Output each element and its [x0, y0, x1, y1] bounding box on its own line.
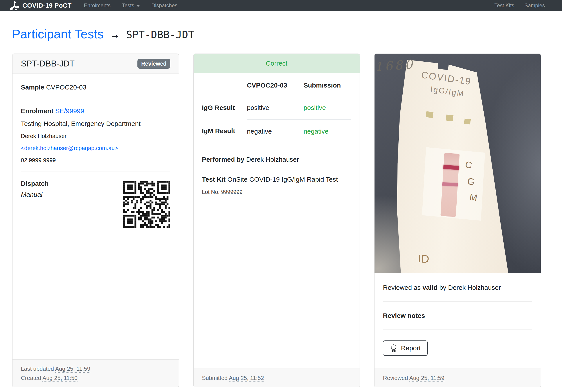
- nav-enrolments[interactable]: Enrolments: [84, 2, 110, 9]
- enrolment-link[interactable]: SE/99999: [55, 107, 84, 114]
- performed-by-line: Performed by Derek Holzhauser: [202, 156, 351, 163]
- award-icon: [390, 344, 397, 352]
- breadcrumb-arrow: →: [110, 29, 120, 41]
- igm-expected: negative: [247, 119, 304, 143]
- divider: [383, 329, 532, 330]
- results-table-header: CVPOC20-03 Submission: [194, 73, 360, 96]
- igg-line: [442, 182, 458, 186]
- divider: [21, 99, 170, 99]
- report-button[interactable]: Report: [383, 340, 428, 356]
- test-card-header: SPT-DBB-JDT Reviewed: [12, 54, 179, 74]
- test-card-footer: Last updated Aug 25, 11:59 Created Aug 2…: [12, 359, 179, 387]
- divider: [383, 302, 532, 302]
- last-updated-time: Aug 25, 11:59: [55, 365, 90, 373]
- divider: [21, 171, 170, 172]
- report-button-label: Report: [401, 344, 421, 352]
- review-card-body: Reviewed as valid by Derek Holzhauser Re…: [375, 273, 541, 356]
- brand[interactable]: COVID-19 PoCT: [9, 1, 71, 10]
- review-notes-value: -: [427, 312, 429, 319]
- submitted-time: Aug 25, 11:52: [229, 375, 264, 382]
- table-row-igg: IgG Result positive positive: [194, 96, 360, 119]
- cassette-mark: [446, 114, 453, 121]
- created-line: Created Aug 25, 11:50: [21, 373, 170, 382]
- reviewed-time: Aug 25, 11:59: [409, 375, 444, 382]
- test-photo: COVID-19 IgG/IgM 1680 C G M ID: [375, 54, 541, 273]
- lot-number: Lot No. 9999999: [202, 189, 351, 195]
- dropdown-caret-icon: [136, 5, 140, 7]
- sample-line: Sample CVPOC20-03: [21, 84, 170, 91]
- igg-expected: positive: [247, 96, 304, 119]
- created-time: Aug 25, 11:50: [42, 375, 78, 382]
- column-submission: Submission: [304, 73, 351, 96]
- igm-submitted: negative: [304, 119, 351, 143]
- table-row-igm: IgM Result negative negative: [194, 119, 360, 143]
- last-updated-line: Last updated Aug 25, 11:59: [21, 364, 170, 373]
- review-card: COVID-19 IgG/IgM 1680 C G M ID Reviewed …: [374, 54, 541, 387]
- contact-email-link[interactable]: <derek.holzhauser@rcpaqap.com.au>: [21, 145, 170, 152]
- qr-code: [123, 181, 170, 228]
- dispatch-value: Manual: [21, 191, 49, 198]
- app-title: COVID-19 PoCT: [22, 2, 71, 9]
- contact-phone: 02 9999 9999: [21, 157, 170, 164]
- review-status: valid: [422, 284, 437, 291]
- top-navbar: COVID-19 PoCT Enrolments Tests Dispatche…: [0, 0, 562, 11]
- label-id: ID: [418, 252, 430, 266]
- test-kit-line: Test Kit OnSite COVID-19 IgG/IgM Rapid T…: [202, 174, 345, 185]
- dispatch-label: Dispatch: [21, 180, 49, 187]
- performed-by-value: Derek Holzhauser: [246, 156, 299, 163]
- contact-name: Derek Holzhauser: [21, 133, 170, 140]
- igg-submitted: positive: [304, 96, 351, 119]
- enrolment-line: Enrolment SE/99999: [21, 107, 170, 115]
- control-line: [443, 165, 459, 170]
- cassette-mark: [464, 118, 471, 124]
- column-expected: CVPOC20-03: [247, 73, 304, 96]
- reviewed-as-line: Reviewed as valid by Derek Holzhauser: [383, 284, 532, 291]
- submission-card-body: Performed by Derek Holzhauser Test Kit O…: [194, 143, 360, 203]
- submission-card: Correct CVPOC20-03 Submission IgG Result…: [193, 54, 360, 387]
- page-test-code: SPT-DBB-JDT: [126, 29, 194, 41]
- submission-card-footer: Submitted Aug 25, 11:52: [194, 369, 360, 387]
- breadcrumb: Participant Tests → SPT-DBB-JDT: [12, 27, 541, 41]
- sample-value: CVPOC20-03: [46, 84, 86, 91]
- test-code-title: SPT-DBB-JDT: [21, 59, 75, 68]
- test-card: SPT-DBB-JDT Reviewed Sample CVPOC20-03 E…: [12, 54, 179, 387]
- results-table: CVPOC20-03 Submission IgG Result positiv…: [194, 73, 360, 143]
- nav-dispatches[interactable]: Dispatches: [151, 2, 177, 9]
- review-card-footer: Reviewed Aug 25, 11:59: [375, 369, 541, 387]
- test-kit-value: OnSite COVID-19 IgG/IgM Rapid Test: [227, 176, 338, 183]
- brand-logo-icon: [9, 1, 19, 10]
- cassette-mark: [426, 111, 433, 118]
- participant-tests-link[interactable]: Participant Tests: [12, 27, 104, 41]
- nav-tests-dropdown[interactable]: Tests: [122, 2, 140, 9]
- site-name: Testing Hospital, Emergency Department: [21, 120, 170, 127]
- test-card-body: Sample CVPOC20-03 Enrolment SE/99999 Tes…: [12, 74, 179, 236]
- dispatch-section: Dispatch Manual: [21, 180, 170, 228]
- label-g: G: [467, 176, 475, 188]
- result-status-header: Correct: [194, 54, 360, 73]
- review-notes-line: Review notes -: [383, 312, 532, 319]
- nav-test-kits[interactable]: Test Kits: [494, 2, 514, 9]
- status-badge: Reviewed: [137, 59, 170, 69]
- nav-samples[interactable]: Samples: [525, 2, 545, 9]
